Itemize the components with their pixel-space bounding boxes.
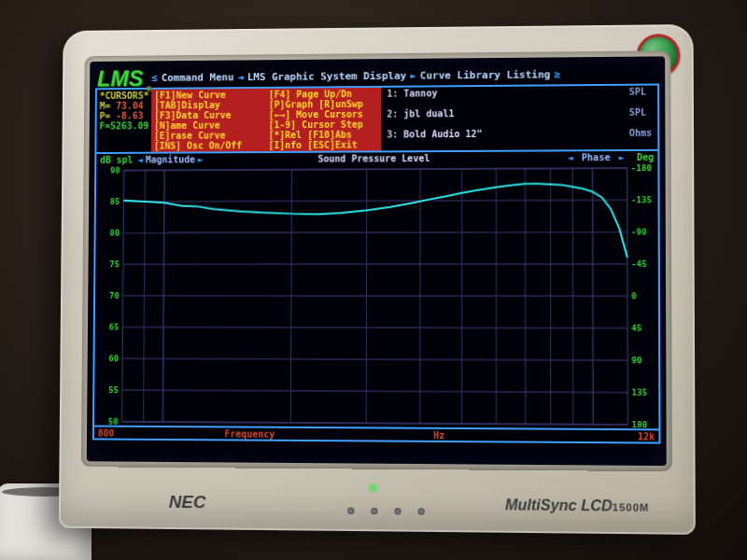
cmd-move-cursor[interactable]: [←→] Move Cursors	[269, 109, 379, 120]
svg-text:70: 70	[109, 291, 120, 301]
svg-text:65: 65	[109, 322, 120, 331]
title-seg-command: Command Menu	[162, 72, 234, 82]
monitor-model: MultiSync LCD1500M	[505, 497, 650, 515]
plot-area[interactable]: 505560657075808590 -180-135-90-450459013…	[92, 164, 660, 430]
magnitude-label: Magnitude	[146, 155, 195, 164]
cursor-p-value: -8.63	[110, 110, 143, 120]
cmd-osc[interactable]: [INS] Osc On/Off	[154, 140, 263, 151]
chevron-left-icon: ◄	[565, 152, 576, 162]
model-suffix: 1500M	[613, 501, 650, 513]
cmd-name-curve[interactable]: [N]ame Curve	[154, 119, 263, 131]
svg-text:-180: -180	[631, 164, 652, 173]
y-left-unit: dB spl	[96, 156, 134, 165]
svg-text:50: 50	[108, 417, 119, 427]
chevron-right-icon: ≥	[554, 69, 560, 79]
command-list: [F1]New Curve[F4] Page Up/Dn [TAB]Displa…	[151, 88, 382, 152]
monitor-buttons[interactable]	[347, 508, 424, 515]
svg-line-6	[123, 232, 627, 233]
plot-title: Sound Pressure Level	[318, 154, 430, 164]
svg-text:60: 60	[108, 354, 119, 363]
registered-icon: ®	[147, 85, 151, 93]
curve-legend: 1:TannoySPL 2:jbl dual1SPL 3:Bold Audio …	[381, 86, 657, 151]
svg-text:0: 0	[631, 291, 637, 301]
chevron-left-icon: ≤	[151, 73, 158, 83]
cmd-display[interactable]: [TAB]Display	[154, 100, 263, 111]
svg-text:85: 85	[110, 197, 120, 206]
cmd-page[interactable]: [F4] Page Up/Dn	[269, 89, 379, 100]
svg-line-13	[290, 170, 291, 423]
svg-text:75: 75	[109, 259, 120, 269]
svg-text:135: 135	[631, 387, 647, 397]
menu-box: *CURSORS* M= 73.04 P= -8.63 F=5263.09 [F…	[94, 84, 659, 154]
cursor-p-label: P=	[100, 111, 111, 121]
x-label: Frequency	[224, 428, 275, 439]
svg-text:45: 45	[631, 323, 641, 332]
logo-text: LMS	[97, 65, 143, 91]
x-max: 12k	[638, 431, 655, 441]
svg-text:-45: -45	[631, 259, 647, 269]
monitor-brand: NEC	[169, 492, 206, 512]
cmd-erase-curve[interactable]: [E]rase Curve	[154, 130, 263, 141]
title-seg-library: Curve Library Listing	[420, 69, 550, 80]
chevron-right-icon: ►	[410, 71, 416, 81]
cursor-m-value: 73.04	[110, 101, 143, 111]
cmd-data-curve[interactable]: [F3]Data Curve	[154, 110, 263, 121]
svg-text:-135: -135	[631, 195, 652, 204]
cursor-f-value: 5263.09	[110, 120, 148, 131]
cmd-graph-run[interactable]: [P]Graph [R]unSwp	[269, 99, 379, 110]
plot-svg: 505560657075808590 -180-135-90-450459013…	[94, 164, 658, 428]
cmd-new-curve[interactable]: [F1]New Curve	[154, 90, 263, 101]
chevron-left-icon: ◄	[134, 156, 146, 165]
svg-line-12	[593, 168, 594, 425]
cursor-readout: *CURSORS* M= 73.04 P= -8.63 F=5263.09	[96, 90, 151, 152]
x-unit: Hz	[433, 429, 444, 440]
legend-2-idx: 2:	[387, 109, 398, 130]
legend-1-idx: 1:	[387, 89, 398, 109]
chevron-right-icon: ►	[616, 152, 627, 162]
svg-line-1	[122, 390, 628, 393]
legend-3-idx: 3:	[387, 129, 398, 149]
title-seg-main: LMS Graphic System Display	[247, 71, 406, 82]
legend-3-unit: Ohms	[629, 128, 653, 148]
phase-label: Phase	[582, 152, 611, 162]
legend-1-unit: SPL	[629, 87, 653, 107]
app-logo: LMS ®	[95, 66, 150, 90]
svg-line-7	[123, 200, 627, 202]
cursor-m-label: M=	[100, 101, 111, 111]
phase-group: ◄ Phase ►	[565, 153, 627, 162]
power-led-icon	[369, 484, 376, 492]
svg-line-2	[122, 358, 627, 360]
legend-3-name: Bold Audio 12"	[403, 128, 623, 149]
svg-text:90: 90	[631, 356, 641, 365]
cmd-cursor-step[interactable]: [1-9] Cursor Step	[269, 119, 379, 131]
svg-text:-90: -90	[631, 227, 647, 236]
crt-monitor: LMS ® ≤ Command Menu ◄ LMS Graphic Syste…	[59, 24, 696, 535]
svg-text:90: 90	[110, 166, 120, 175]
legend-1-name: Tannoy	[403, 87, 623, 109]
cmd-info-exit[interactable]: [I]nfo [ESC]Exit	[268, 139, 378, 150]
model-prefix: MultiSync	[505, 497, 581, 513]
svg-line-3	[122, 327, 627, 328]
cursor-f-label: F=	[99, 121, 110, 132]
svg-text:180: 180	[632, 420, 648, 428]
cursor-header: *CURSORS*	[100, 91, 149, 101]
chevron-left-icon: ◄	[237, 72, 244, 82]
monitor-bezel: LMS ® ≤ Command Menu ◄ LMS Graphic Syste…	[81, 50, 672, 471]
x-min: 800	[98, 427, 115, 438]
svg-text:80: 80	[109, 229, 120, 238]
chevron-right-icon: ►	[195, 155, 206, 164]
svg-text:55: 55	[108, 385, 119, 395]
y-right-unit: Deg	[627, 153, 658, 162]
legend-2-unit: SPL	[629, 107, 653, 128]
cmd-rel-abs[interactable]: [*]Rel [F10]Abs	[268, 130, 378, 141]
model-main: LCD	[581, 497, 613, 514]
svg-line-14	[366, 169, 367, 423]
screen: LMS ® ≤ Command Menu ◄ LMS Graphic Syste…	[87, 56, 667, 466]
legend-2-name: jbl dual1	[403, 107, 623, 130]
